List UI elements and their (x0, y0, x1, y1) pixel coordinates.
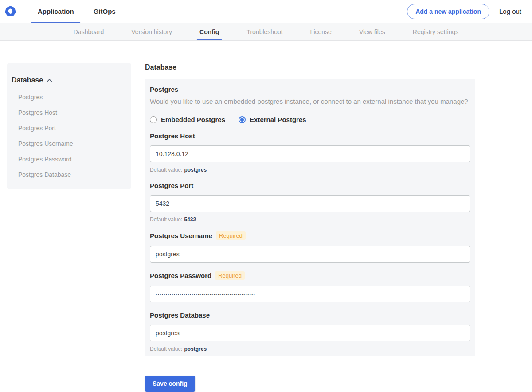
tab-gitops[interactable]: GitOps (87, 0, 122, 23)
postgres-port-default: Default value:5432 (150, 216, 470, 223)
section-title: Database (145, 63, 475, 71)
app-header: Application GitOps Add a new application… (0, 0, 532, 23)
field-label-text: Postgres Password (150, 272, 211, 279)
sidebar-item-postgres-password[interactable]: Postgres Password (12, 156, 127, 163)
sidebar-item-postgres-port[interactable]: Postgres Port (12, 125, 127, 132)
postgres-group-label: Postgres (150, 86, 470, 93)
logout-link[interactable]: Log out (499, 8, 521, 15)
config-group-panel: Postgres Would you like to use an embedd… (145, 79, 475, 356)
field-postgres-username: Postgres Username Required (150, 231, 470, 263)
postgres-host-default: Default value:postgres (150, 167, 470, 173)
postgres-username-input[interactable] (150, 246, 470, 263)
required-badge: Required (216, 231, 246, 240)
tab-gitops-label: GitOps (94, 8, 116, 15)
subnav-license[interactable]: License (310, 23, 332, 40)
radio-embedded-postgres-label: Embedded Postgres (161, 116, 225, 123)
default-prefix: Default value: (150, 167, 182, 173)
sidebar-item-postgres-username[interactable]: Postgres Username (12, 140, 127, 147)
radio-external-postgres[interactable]: External Postgres (239, 116, 306, 123)
subnav-view-files[interactable]: View files (359, 23, 385, 40)
sidebar-group-database[interactable]: Database (12, 70, 127, 85)
app-subnav: Dashboard Version history Config Trouble… (0, 23, 532, 41)
sidebar-group-label: Database (12, 76, 43, 84)
postgres-password-label: Postgres Password Required (150, 271, 470, 280)
postgres-database-default: Default value:postgres (150, 346, 470, 352)
postgres-password-input[interactable] (150, 286, 470, 302)
sidebar-item-postgres[interactable]: Postgres (12, 94, 127, 101)
field-postgres-host: Postgres Host Default value:postgres (150, 132, 470, 173)
header-tabs: Application GitOps (31, 0, 129, 23)
postgres-port-input[interactable] (150, 195, 470, 212)
sidebar-item-postgres-database[interactable]: Postgres Database (12, 171, 127, 178)
postgres-radio-group: Embedded Postgres External Postgres (150, 116, 470, 123)
default-value: 5432 (184, 216, 196, 223)
subnav-config[interactable]: Config (200, 23, 219, 40)
subnav-troubleshoot[interactable]: Troubleshoot (246, 23, 282, 40)
subnav-version-history[interactable]: Version history (131, 23, 172, 40)
app-logo[interactable] (4, 5, 16, 17)
field-postgres-database: Postgres Database Default value:postgres (150, 311, 470, 352)
field-postgres-password: Postgres Password Required (150, 271, 470, 302)
tab-application-label: Application (38, 8, 74, 15)
tab-application[interactable]: Application (31, 0, 80, 23)
postgres-host-label: Postgres Host (150, 132, 470, 140)
default-value: postgres (184, 346, 207, 352)
radio-unselected-icon[interactable] (150, 116, 157, 123)
subnav-dashboard[interactable]: Dashboard (74, 23, 104, 40)
add-application-button[interactable]: Add a new application (407, 4, 489, 19)
required-badge: Required (215, 271, 245, 280)
postgres-host-input[interactable] (150, 145, 470, 162)
field-label-text: Postgres Username (150, 232, 212, 239)
default-prefix: Default value: (150, 346, 182, 352)
chevron-up-icon (47, 78, 52, 82)
subnav-registry-settings[interactable]: Registry settings (413, 23, 458, 40)
sidebar-item-postgres-host[interactable]: Postgres Host (12, 109, 127, 116)
postgres-database-label: Postgres Database (150, 311, 470, 319)
radio-embedded-postgres[interactable]: Embedded Postgres (150, 116, 225, 123)
radio-selected-icon[interactable] (239, 116, 246, 123)
save-config-button[interactable]: Save config (145, 376, 195, 392)
field-postgres-port: Postgres Port Default value:5432 (150, 182, 470, 223)
content-area: Database Postgres Postgres Host Postgres… (0, 41, 532, 392)
config-sidebar: Database Postgres Postgres Host Postgres… (7, 63, 131, 189)
postgres-username-label: Postgres Username Required (150, 231, 470, 240)
postgres-port-label: Postgres Port (150, 182, 470, 189)
postgres-database-input[interactable] (150, 325, 470, 341)
default-value: postgres (184, 167, 207, 173)
config-main: Database Postgres Would you like to use … (145, 63, 475, 392)
default-prefix: Default value: (150, 216, 182, 223)
app-logo-icon (4, 5, 16, 17)
postgres-help-text: Would you like to use an embedded postgr… (150, 97, 470, 106)
radio-external-postgres-label: External Postgres (250, 116, 306, 123)
